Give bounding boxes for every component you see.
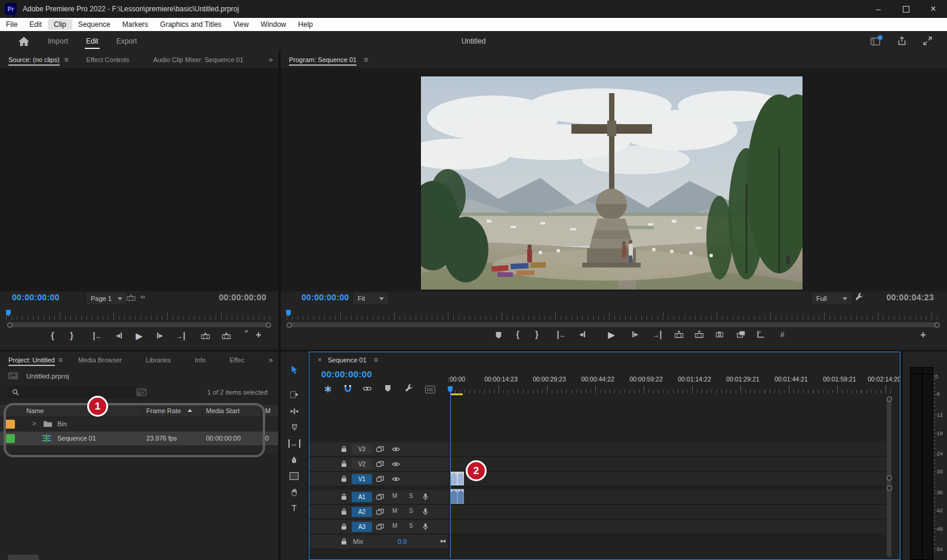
sync-lock-icon[interactable]: [376, 509, 384, 515]
step-back-button[interactable]: ◀: [579, 331, 585, 337]
captions-icon[interactable]: CC: [425, 386, 435, 393]
rectangle-tool[interactable]: [286, 469, 303, 483]
toggle-track-output-eye-icon[interactable]: [392, 461, 400, 467]
menu-window[interactable]: Window: [255, 19, 293, 30]
go-to-out-button[interactable]: →: [176, 332, 185, 340]
menu-file[interactable]: File: [0, 19, 23, 30]
lock-icon[interactable]: [341, 475, 347, 482]
track-target-a1[interactable]: A1: [352, 492, 372, 502]
lock-icon[interactable]: [341, 493, 347, 500]
mark-out-button[interactable]: }: [70, 331, 73, 340]
menu-graphics-titles[interactable]: Graphics and Titles: [154, 19, 227, 30]
mark-in-button[interactable]: {: [516, 330, 519, 339]
close-button[interactable]: ×: [920, 0, 947, 18]
more-buttons-icon[interactable]: »: [244, 327, 247, 334]
timeline-tab[interactable]: Sequence 01: [328, 356, 367, 364]
tab-libraries[interactable]: Libraries: [146, 352, 171, 368]
program-quality-select[interactable]: Full: [811, 292, 853, 305]
tab-effect-controls[interactable]: Effect Controls: [87, 52, 130, 67]
track-content-v3[interactable]: [447, 442, 885, 457]
timeline-playhead[interactable]: [447, 386, 453, 393]
toggle-track-output-eye-icon[interactable]: [392, 447, 400, 452]
tab-overflow-icon[interactable]: »: [269, 56, 272, 64]
lock-icon[interactable]: [341, 445, 347, 453]
video-clip-1[interactable]: [450, 472, 457, 485]
tab-audio-clip-mixer[interactable]: Audio Clip Mixer: Sequence 01: [153, 52, 244, 67]
workspace-switcher-icon[interactable]: [871, 37, 881, 45]
tab-edit[interactable]: Edit: [85, 32, 100, 50]
search-input[interactable]: [8, 386, 135, 398]
source-timecode[interactable]: 00:00:00:00: [12, 293, 60, 302]
project-panel-menu-icon[interactable]: ≡: [59, 356, 63, 364]
play-button[interactable]: ▶: [136, 331, 143, 341]
track-target-v2[interactable]: V2: [352, 459, 372, 469]
audio-clip-1[interactable]: [450, 489, 457, 504]
voiceover-mic-icon[interactable]: [423, 493, 428, 501]
audio-meter-bars[interactable]: [910, 367, 933, 560]
tab-export[interactable]: Export: [115, 32, 139, 50]
scroll-handle[interactable]: [887, 485, 892, 491]
tab-project[interactable]: Project: Untitled: [8, 352, 55, 368]
linked-selection-icon[interactable]: [363, 386, 371, 392]
source-playhead[interactable]: [5, 309, 11, 317]
menu-help[interactable]: Help: [292, 19, 319, 30]
sync-lock-icon[interactable]: [376, 476, 384, 482]
tab-overflow-icon[interactable]: »: [269, 356, 272, 364]
pen-tool[interactable]: [286, 453, 303, 467]
sync-lock-icon[interactable]: [376, 446, 384, 453]
drag-audio-icon[interactable]: ⇻: [140, 294, 144, 300]
menu-edit[interactable]: Edit: [23, 19, 48, 30]
slip-tool[interactable]: ↔: [286, 436, 303, 451]
mute-button[interactable]: M: [392, 522, 397, 529]
program-zoom-select[interactable]: Fit: [352, 292, 389, 305]
source-zoom-scrollbar[interactable]: [8, 322, 270, 327]
scroll-handle[interactable]: [887, 396, 892, 402]
lock-icon[interactable]: [341, 523, 347, 530]
step-forward-button[interactable]: ▶: [632, 331, 638, 337]
audio-clip-2[interactable]: [457, 489, 465, 504]
drag-video-icon[interactable]: [127, 294, 136, 301]
track-content-a3[interactable]: [447, 520, 885, 534]
solo-button[interactable]: S: [409, 493, 413, 499]
lock-icon[interactable]: [341, 538, 347, 545]
safe-margins-icon[interactable]: [757, 331, 764, 338]
ripple-edit-tool[interactable]: [286, 404, 303, 419]
add-marker-icon[interactable]: [385, 384, 391, 392]
track-content-a2[interactable]: [447, 505, 885, 519]
track-select-forward-tool[interactable]: [286, 387, 303, 402]
scroll-handle[interactable]: [887, 475, 892, 481]
source-scroll-handle-right[interactable]: [266, 322, 271, 328]
voiceover-mic-icon[interactable]: [423, 523, 428, 531]
mark-in-button[interactable]: {: [51, 331, 54, 340]
razor-tool[interactable]: [286, 420, 303, 435]
insert-button[interactable]: [201, 332, 210, 339]
toggle-track-output-eye-icon[interactable]: [392, 476, 400, 482]
panel-menu-icon[interactable]: ≡: [64, 56, 69, 64]
program-zoom-scrollbar[interactable]: [288, 322, 939, 327]
source-scroll-handle-left[interactable]: [7, 322, 13, 328]
button-editor-icon[interactable]: +: [256, 330, 261, 340]
mute-button[interactable]: M: [392, 507, 397, 514]
navigate-up-icon[interactable]: [8, 372, 19, 380]
play-button[interactable]: ▶: [608, 330, 615, 340]
timeline-panel-menu-icon[interactable]: ≡: [374, 356, 378, 364]
button-editor-icon[interactable]: +: [920, 330, 926, 340]
voiceover-mic-icon[interactable]: [423, 508, 428, 516]
menu-markers[interactable]: Markers: [116, 19, 154, 30]
fullscreen-icon[interactable]: [923, 36, 932, 45]
home-icon[interactable]: [18, 36, 30, 47]
tab-media-browser[interactable]: Media Browser: [78, 352, 122, 368]
source-mini-ruler[interactable]: [6, 313, 271, 320]
tab-import[interactable]: Import: [47, 32, 69, 50]
marker-button[interactable]: [496, 331, 502, 339]
nest-sequences-icon[interactable]: ∗: [324, 384, 332, 394]
track-target-v3[interactable]: V3: [352, 444, 372, 454]
track-target-a2[interactable]: A2: [352, 507, 372, 517]
sync-lock-icon[interactable]: [376, 461, 384, 467]
track-content-v1[interactable]: [447, 472, 885, 487]
overwrite-button[interactable]: [222, 332, 231, 339]
minimize-button[interactable]: –: [865, 0, 892, 18]
close-tab-icon[interactable]: ×: [318, 356, 322, 364]
solo-button[interactable]: S: [409, 507, 413, 514]
search-bin-button[interactable]: [136, 388, 147, 396]
